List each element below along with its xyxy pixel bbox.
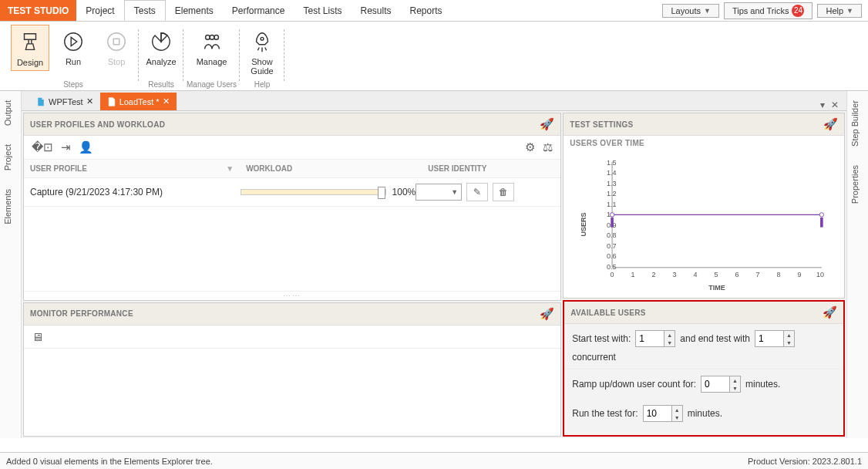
gear-icon[interactable]: ⚙: [525, 140, 535, 154]
side-output[interactable]: Output: [0, 91, 21, 135]
left-side-tabs: Output Project Elements: [0, 91, 22, 438]
svg-rect-35: [820, 218, 823, 228]
svg-text:6: 6: [735, 271, 739, 278]
tips-badge: 24: [792, 5, 804, 17]
menu-reports[interactable]: Reports: [400, 0, 451, 21]
svg-text:3: 3: [673, 271, 677, 278]
svg-point-33: [819, 213, 823, 217]
svg-text:0.5: 0.5: [607, 263, 617, 271]
svg-text:10: 10: [816, 271, 824, 278]
showguide-button[interactable]: Show Guide: [243, 25, 281, 79]
run-button[interactable]: Run: [54, 25, 93, 71]
menu-results[interactable]: Results: [351, 0, 400, 21]
tips-button[interactable]: Tips and Tricks24: [724, 2, 813, 19]
layouts-button[interactable]: Layouts▼: [662, 4, 718, 18]
col-workload: WORKLOAD: [240, 160, 422, 177]
svg-text:1: 1: [631, 271, 635, 278]
menu-elements[interactable]: Elements: [166, 0, 223, 21]
ylabel: USERS: [580, 212, 587, 236]
svg-text:2: 2: [652, 271, 656, 278]
start-label: Start test with:: [572, 333, 631, 344]
file-icon: [36, 97, 45, 106]
monitor-icon[interactable]: 🖥: [32, 330, 43, 343]
end-users-input[interactable]: ▲▼: [755, 330, 795, 347]
table-row[interactable]: Capture (9/21/2023 4:17:30 PM) 100% ▼ ✎ …: [24, 178, 560, 207]
piechart-icon: [147, 28, 175, 56]
tab-loadtest[interactable]: LoadTest * ✕: [100, 93, 177, 110]
panel-title-profiles: USER PROFILES AND WORKLOAD: [30, 120, 165, 129]
menu-tests[interactable]: Tests: [124, 0, 166, 21]
import-icon[interactable]: ⇥: [61, 140, 71, 154]
minutes-label: minutes.: [745, 379, 780, 390]
side-project[interactable]: Project: [0, 135, 21, 180]
svg-text:1.5: 1.5: [607, 159, 617, 167]
available-users-panel: AVAILABLE USERS 🚀 Start test with: ▲▼ an…: [563, 300, 845, 437]
ribbon-group-help: Help: [254, 80, 271, 90]
identity-dropdown[interactable]: ▼: [415, 184, 462, 201]
resize-grip[interactable]: ⋯⋯: [24, 291, 560, 300]
design-button[interactable]: Design: [11, 25, 49, 71]
side-elements[interactable]: Elements: [0, 180, 21, 234]
end-label: and end test with: [680, 333, 750, 344]
svg-text:0: 0: [611, 271, 614, 278]
xlabel: TIME: [708, 284, 725, 292]
run-label: Run the test for:: [572, 408, 638, 419]
ramp-input[interactable]: ▲▼: [701, 376, 741, 393]
users-chart: USERS 1.51.41.31.21.110.90.80.70.60.5 01…: [571, 155, 836, 294]
dropdown-icon[interactable]: ▾: [820, 100, 825, 110]
balance-icon[interactable]: ⚖: [543, 140, 553, 154]
chart-title: USERS OVER TIME: [564, 136, 844, 150]
rocket-icon[interactable]: 🚀: [540, 117, 554, 131]
close-icon[interactable]: ✕: [163, 96, 170, 106]
panel-title-settings: TEST SETTINGS: [570, 120, 633, 129]
panel-title-monitor: MONITOR PERFORMANCE: [30, 309, 133, 318]
close-icon[interactable]: ✕: [86, 96, 93, 106]
ribbon-group-results: Results: [148, 80, 173, 90]
rocket-icon[interactable]: 🚀: [823, 117, 838, 131]
svg-text:0.8: 0.8: [607, 231, 617, 239]
svg-text:1.1: 1.1: [607, 201, 617, 208]
file-icon: [107, 97, 116, 106]
brush-icon: [16, 29, 44, 56]
run-input[interactable]: ▲▼: [643, 405, 683, 422]
svg-point-5: [214, 35, 218, 40]
svg-point-0: [65, 33, 82, 51]
svg-text:7: 7: [756, 271, 760, 278]
menu-project[interactable]: Project: [76, 0, 123, 21]
panel-title-available: AVAILABLE USERS: [570, 309, 645, 317]
menu-performance[interactable]: Performance: [223, 0, 294, 21]
capture-icon[interactable]: �⊡: [32, 140, 53, 154]
minutes-label-2: minutes.: [688, 408, 722, 419]
trash-icon: 🗑: [499, 187, 508, 197]
side-properties[interactable]: Properties: [847, 156, 868, 213]
app-brand: TEST STUDIO: [0, 0, 76, 21]
svg-text:1.4: 1.4: [607, 169, 617, 177]
menu-testlists[interactable]: Test Lists: [294, 0, 351, 21]
svg-point-3: [205, 35, 210, 40]
stop-icon: [103, 28, 130, 56]
rocket-icon[interactable]: 🚀: [540, 307, 554, 321]
workload-slider[interactable]: [241, 189, 386, 195]
start-users-input[interactable]: ▲▼: [635, 330, 675, 347]
ribbon-group-steps: Steps: [63, 80, 83, 90]
rocket-icon: [248, 28, 276, 56]
edit-button[interactable]: ✎: [466, 183, 488, 201]
svg-point-6: [261, 37, 264, 40]
svg-point-4: [210, 35, 214, 40]
tab-wpftest[interactable]: WPFTest ✕: [29, 93, 100, 110]
svg-rect-34: [611, 218, 614, 228]
rocket-icon[interactable]: 🚀: [823, 305, 837, 319]
close-all-icon[interactable]: ✕: [831, 100, 839, 110]
svg-text:0.7: 0.7: [607, 242, 617, 250]
side-stepbuilder[interactable]: Step Builder: [847, 91, 868, 156]
manage-button[interactable]: Manage: [193, 25, 231, 69]
delete-button[interactable]: 🗑: [493, 183, 514, 201]
analyze-button[interactable]: Analyze: [142, 25, 180, 69]
svg-rect-2: [113, 39, 119, 45]
play-icon: [59, 28, 87, 56]
adduser-icon[interactable]: 👤: [79, 140, 93, 154]
main-menu: Project Tests Elements Performance Test …: [76, 0, 451, 21]
col-identity: USER IDENTITY: [422, 160, 560, 177]
help-button[interactable]: Help▼: [817, 4, 862, 18]
filter-icon[interactable]: ▼: [226, 164, 234, 173]
